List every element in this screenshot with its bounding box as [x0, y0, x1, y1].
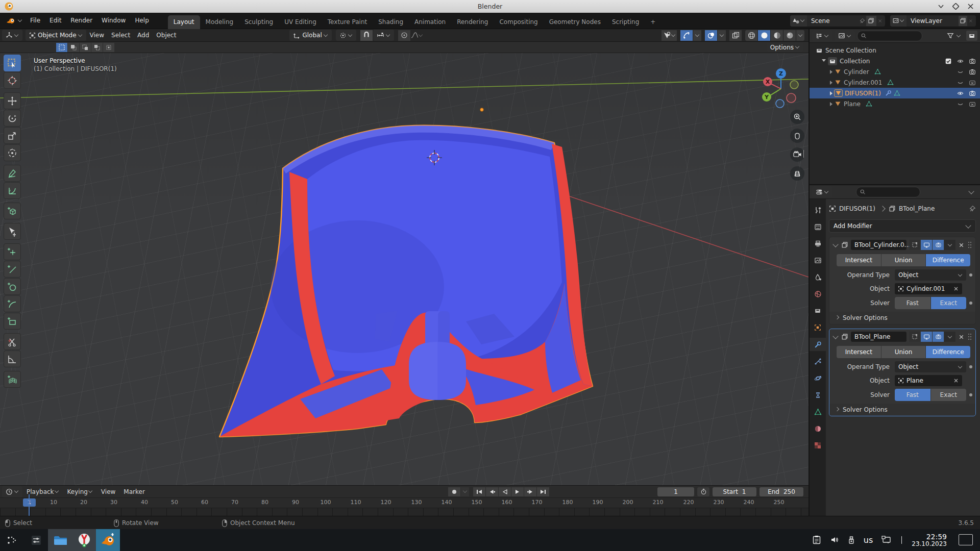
show-object-types-selector[interactable]	[662, 30, 677, 41]
realtime-toggle[interactable]	[921, 332, 932, 342]
display-cast-icon[interactable]	[881, 535, 892, 544]
tab-world[interactable]	[810, 287, 826, 300]
select-mode-invert[interactable]	[91, 43, 103, 52]
pin-icon[interactable]	[969, 205, 976, 212]
solver-exact-button[interactable]: Exact	[931, 297, 967, 309]
breadcrumb-object[interactable]: DIFUSOR(1)	[839, 205, 875, 212]
outliner-row-difusor[interactable]: DIFUSOR(1)	[810, 88, 980, 98]
shading-material-button[interactable]	[771, 30, 783, 41]
breadcrumb-modifier[interactable]: BTool_Plane	[899, 205, 935, 212]
pivot-point-selector[interactable]	[336, 30, 356, 41]
render-toggle[interactable]	[933, 332, 944, 342]
jump-to-start-button[interactable]	[473, 487, 485, 496]
menu-window[interactable]: Window	[97, 13, 130, 29]
sidebar-collapse-arrow[interactable]	[802, 150, 805, 157]
gizmo-dropdown[interactable]	[693, 30, 701, 41]
new-collection-button[interactable]	[966, 31, 977, 41]
transform-orientation-selector[interactable]: Global	[289, 30, 331, 41]
new-scene-icon[interactable]	[866, 16, 876, 26]
menu-help[interactable]: Help	[130, 13, 153, 29]
play-button[interactable]	[511, 487, 524, 496]
operand-type-dropdown[interactable]: Object	[895, 361, 966, 372]
tool-scale[interactable]	[4, 127, 21, 144]
editor-type-selector[interactable]	[2, 30, 22, 41]
volume-icon[interactable]	[830, 536, 839, 544]
solver-exact-button[interactable]: Exact	[931, 389, 967, 401]
render-camera-icon[interactable]	[969, 68, 976, 76]
zoom-button[interactable]	[790, 110, 804, 124]
intersect-button[interactable]: Intersect	[837, 346, 881, 358]
scene-browse-icon[interactable]	[790, 15, 807, 27]
tool-tweak[interactable]	[4, 223, 21, 240]
tab-compositing[interactable]: Compositing	[494, 15, 543, 29]
tool-annotate[interactable]	[4, 165, 21, 182]
show-overlays-toggle[interactable]	[705, 30, 717, 41]
blender-menu-button[interactable]	[3, 15, 26, 26]
prev-keyframe-button[interactable]	[486, 487, 498, 496]
animate-dot[interactable]	[969, 393, 972, 396]
outliner-row-plane[interactable]: Plane	[810, 98, 980, 109]
3d-viewport[interactable]: Options User Perspective (1) Collection …	[0, 42, 808, 485]
tab-uv-editing[interactable]: UV Editing	[279, 15, 322, 29]
tool-add-rectangle[interactable]	[4, 313, 21, 330]
tool-move[interactable]	[4, 92, 21, 109]
shading-wireframe-button[interactable]	[745, 30, 757, 41]
outliner-row-collection[interactable]: Collection	[810, 56, 980, 66]
close-icon[interactable]	[958, 334, 965, 340]
ortho-toggle-button[interactable]	[790, 166, 804, 181]
pin-icon[interactable]	[859, 17, 865, 24]
tab-view-layer[interactable]	[810, 254, 826, 267]
object-field[interactable]: Plane	[895, 375, 962, 386]
tool-select-box[interactable]	[4, 55, 21, 71]
tab-modifiers[interactable]	[810, 338, 826, 351]
play-reverse-button[interactable]	[499, 487, 511, 496]
realtime-toggle[interactable]	[921, 240, 932, 250]
modifier-header[interactable]: BTool_Plane	[829, 329, 975, 344]
clipboard-icon[interactable]	[812, 535, 821, 544]
difference-button[interactable]: Difference	[926, 254, 970, 266]
modifier-name-field[interactable]: BTool_Plane	[851, 332, 906, 342]
launcher-button[interactable]	[0, 529, 24, 551]
tool-transform[interactable]	[4, 144, 21, 161]
menu-keying[interactable]: Keying	[63, 488, 97, 495]
solver-fast-button[interactable]: Fast	[895, 297, 930, 309]
edit-mode-toggle[interactable]	[909, 240, 920, 250]
blender-task-button[interactable]	[96, 529, 120, 551]
tab-sculpting[interactable]: Sculpting	[239, 15, 279, 29]
operand-type-dropdown[interactable]: Object	[895, 269, 966, 281]
yandex-browser-button[interactable]	[72, 529, 96, 551]
select-mode-intersect[interactable]	[103, 43, 114, 52]
current-frame-field[interactable]: 1	[657, 487, 694, 496]
hidden-eye-icon[interactable]	[957, 101, 964, 108]
disclosure-icon[interactable]	[830, 91, 832, 95]
tool-fillet[interactable]	[4, 350, 21, 367]
tab-material[interactable]	[810, 422, 826, 435]
close-icon[interactable]	[967, 3, 974, 10]
outliner-row-scene-collection[interactable]: Scene Collection	[810, 45, 980, 56]
menu-file[interactable]: File	[26, 13, 45, 29]
outliner-sync-selector[interactable]	[835, 30, 855, 41]
tool-add-point[interactable]	[4, 243, 21, 260]
auto-keying-dropdown[interactable]	[461, 487, 469, 496]
menu-object[interactable]: Object	[153, 32, 180, 39]
properties-editor-type[interactable]	[812, 186, 832, 197]
tab-texture-paint[interactable]: Texture Paint	[322, 15, 373, 29]
maximize-icon[interactable]	[952, 3, 959, 10]
render-disabled-icon[interactable]	[969, 79, 976, 86]
tab-constraints[interactable]	[810, 388, 826, 402]
tab-shading[interactable]: Shading	[373, 15, 409, 29]
drag-handle-icon[interactable]	[967, 241, 972, 249]
mode-selector[interactable]: Object Mode	[26, 30, 86, 41]
add-workspace-button[interactable]: +	[645, 15, 661, 29]
outliner-filter-button[interactable]	[944, 31, 964, 41]
menu-render[interactable]: Render	[66, 13, 97, 29]
xray-toggle[interactable]	[729, 30, 742, 41]
viewlayer-name[interactable]: ViewLayer	[906, 17, 959, 24]
outliner-search-input[interactable]	[857, 31, 922, 41]
snap-toggle[interactable]	[360, 30, 373, 41]
tab-object[interactable]	[810, 321, 826, 334]
render-disabled-icon[interactable]	[969, 101, 976, 108]
tool-cursor[interactable]	[4, 72, 21, 89]
use-preview-range-toggle[interactable]	[697, 487, 709, 496]
menu-tl-view[interactable]: View	[97, 488, 119, 495]
